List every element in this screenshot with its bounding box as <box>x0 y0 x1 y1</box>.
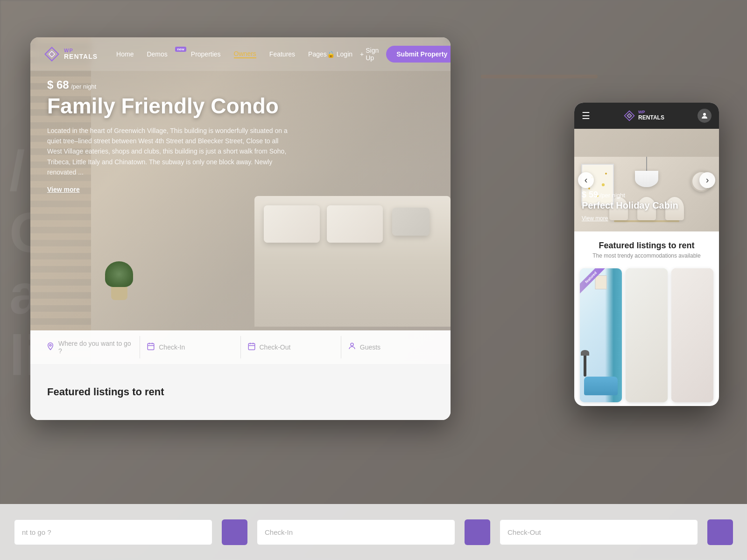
nav-home[interactable]: Home <box>116 50 134 58</box>
mobile-price-unit: /per night <box>600 192 625 199</box>
plant-decoration <box>105 261 133 299</box>
hero-section: WP RENTALS Home Demos new Properties Own… <box>30 37 451 364</box>
lamp-wire <box>646 157 647 171</box>
guests-label: Guests <box>360 343 381 351</box>
location-placeholder: Where do you want to go ? <box>58 340 133 355</box>
mobile-logo-text: WP RENTALS <box>638 110 664 121</box>
nav-properties[interactable]: Properties <box>191 50 221 58</box>
mobile-user-icon[interactable] <box>698 109 712 123</box>
mobile-hero-title: Perfect Holiday Cabin <box>582 200 712 211</box>
lamp-shade <box>635 171 658 187</box>
guests-field[interactable]: Guests <box>341 336 441 358</box>
lock-icon: 🔒 <box>327 50 335 58</box>
nav-auth: 🔒 Login + Sign Up Submit Property <box>327 46 451 63</box>
mobile-view-more-link[interactable]: View more <box>582 215 608 222</box>
logo-rentals: RENTALS <box>64 53 98 60</box>
mobile-property-card-2[interactable] <box>626 268 668 402</box>
signup-label: Sign Up <box>366 47 379 62</box>
checkin-calendar-icon <box>147 342 155 352</box>
guests-icon <box>348 342 356 352</box>
featured-badge-1: featured <box>580 268 608 294</box>
bg-purple-btn <box>707 519 733 545</box>
mobile-property-card-3[interactable] <box>671 268 713 402</box>
sofa <box>584 377 618 395</box>
prev-arrow-button[interactable]: ‹ <box>578 172 594 188</box>
next-arrow-icon: › <box>706 175 709 185</box>
mobile-logo-rentals: RENTALS <box>638 115 664 121</box>
login-link[interactable]: 🔒 Login <box>327 50 352 58</box>
floor-lamp-pole <box>584 353 586 377</box>
search-bar: Where do you want to go ? Check-In <box>30 330 451 364</box>
floor-lamp-shade <box>581 350 589 356</box>
plant-pot <box>111 287 127 300</box>
mobile-logo-diamond-icon <box>623 110 635 122</box>
location-field[interactable]: Where do you want to go ? <box>40 336 140 358</box>
featured-title: Featured listings to rent <box>47 386 164 398</box>
background-bottom-bar: nt to go ? Check-In Check-Out <box>0 504 747 560</box>
shelf-3 <box>481 75 598 78</box>
hero-description: Located in the heart of Greenwich Villag… <box>47 126 290 178</box>
logo: WP RENTALS <box>43 46 98 63</box>
bg-checkout-btn <box>465 519 490 545</box>
nav-pages[interactable]: Pages <box>308 50 327 58</box>
hamburger-menu-icon[interactable]: ☰ <box>582 110 590 121</box>
pillow-3 <box>392 208 430 236</box>
mobile-logo: WP RENTALS <box>623 110 664 122</box>
nav-demos-label: Demos <box>147 50 167 58</box>
card-bg-2-inner <box>626 268 668 402</box>
bg-checkout-input: Check-Out <box>500 519 698 545</box>
nav-features[interactable]: Features <box>269 50 295 58</box>
plant-leaves <box>105 261 133 287</box>
bg-checkout-text: Check-Out <box>507 528 541 536</box>
mobile-price: $ 59 /per night <box>582 190 712 200</box>
bg-location-input: nt to go ? <box>14 519 212 545</box>
svg-rect-1 <box>148 343 155 350</box>
desktop-card: WP RENTALS Home Demos new Properties Own… <box>30 37 451 420</box>
signup-link[interactable]: + Sign Up <box>360 47 379 62</box>
checkin-label: Check-In <box>159 343 185 351</box>
mobile-nav: ☰ WP RENTALS <box>574 103 719 129</box>
mobile-featured-subtitle: The most trendy accommodations available <box>582 252 712 259</box>
next-arrow-button[interactable]: › <box>699 172 715 188</box>
pillow-2 <box>327 205 383 243</box>
mobile-price-amount: $ 59 <box>582 190 598 199</box>
price-amount: $ 68 <box>47 78 69 91</box>
nav-demos-badge: new <box>175 47 186 52</box>
price-unit: /per night <box>71 83 96 90</box>
featured-badge-wrap-1: featured <box>580 268 608 296</box>
mobile-hero-section: ‹ › $ 59 /per night Perfect Holiday Cabi… <box>574 129 719 231</box>
submit-property-button[interactable]: Submit Property <box>386 46 451 63</box>
pendant-lamp <box>635 157 658 187</box>
checkout-field[interactable]: Check-Out <box>241 336 341 358</box>
mobile-featured-section: Featured listings to rent The most trend… <box>574 231 719 265</box>
bg-checkin-btn <box>222 519 247 545</box>
hero-view-more-link[interactable]: View more <box>47 186 80 193</box>
svg-rect-5 <box>248 343 255 350</box>
mobile-property-card-1[interactable]: featured <box>580 268 622 402</box>
hero-content: $ 68 /per night Family Friendly Condo Lo… <box>47 78 434 194</box>
svg-point-0 <box>49 344 51 346</box>
logo-text: WP RENTALS <box>64 48 98 60</box>
nav-demos[interactable]: Demos new <box>147 50 177 58</box>
logo-diamond-icon <box>43 46 60 63</box>
price-display: $ 68 /per night <box>47 78 434 91</box>
checkin-field[interactable]: Check-In <box>140 336 240 358</box>
plus-icon: + <box>360 50 364 58</box>
mobile-featured-title: Featured listings to rent <box>582 241 712 251</box>
pillow-1 <box>264 205 320 243</box>
card-bg-3-inner <box>671 268 713 402</box>
bg-checkin-text: Check-In <box>265 528 293 536</box>
featured-section: Featured listings to rent <box>30 364 451 420</box>
hero-title: Family Friendly Condo <box>47 94 434 118</box>
nav-owners[interactable]: Owners <box>234 50 256 58</box>
bed-area <box>254 196 451 327</box>
nav-links: Home Demos new Properties Owners Feature… <box>116 50 327 58</box>
bg-location-text: nt to go ? <box>22 528 51 536</box>
prev-arrow-icon: ‹ <box>585 175 588 185</box>
property-card-inner-1: featured <box>580 268 622 402</box>
mobile-property-cards: featured <box>574 265 719 406</box>
svg-point-10 <box>703 113 706 116</box>
checkout-calendar-icon <box>247 342 256 352</box>
login-label: Login <box>337 50 352 58</box>
bg-checkin-input: Check-In <box>257 519 455 545</box>
